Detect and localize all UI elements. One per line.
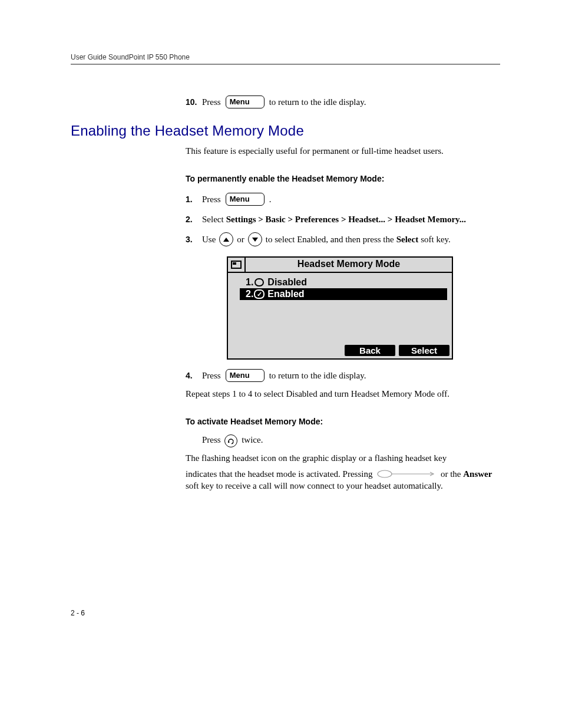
enable-step-1: 1. Press Menu .	[186, 192, 500, 207]
activate-step: Press twice.	[202, 434, 500, 447]
menu-path: Settings > Basic > Preferences > Headset…	[226, 212, 466, 227]
step-number: 1.	[186, 192, 202, 207]
step-number: 2.	[186, 212, 202, 227]
arrow-up-icon	[219, 232, 233, 246]
step-number: 10.	[186, 94, 202, 110]
prev-step-10: 10. Press Menu to return to the idle dis…	[186, 94, 500, 110]
step-text: to return to the idle display.	[269, 94, 366, 110]
section-heading: Enabling the Headset Memory Mode	[71, 123, 500, 139]
step-text: to select Enabled, and then press the	[266, 232, 394, 247]
phone-screen: Headset Memory Mode 1. Disabled 2. ✓ Ena…	[227, 256, 453, 360]
step-number: 3.	[186, 232, 202, 247]
step-text: Press	[202, 94, 221, 110]
repeat-note: Repeat steps 1 to 4 to select Disabled a…	[186, 389, 500, 399]
radio-checked-icon: ✓	[254, 289, 265, 299]
arrow-down-icon	[248, 232, 262, 246]
step-text: Press	[202, 435, 223, 444]
softkey-back: Back	[345, 345, 395, 356]
select-softkey-ref: Select	[396, 232, 418, 247]
step-text: soft key.	[421, 232, 451, 247]
activate-result-2: indicates that the headset mode is activ…	[186, 469, 500, 491]
answer-softkey-ref: Answer	[463, 469, 492, 479]
menu-key-icon: Menu	[226, 95, 265, 108]
enable-step-2: 2. Select Settings > Basic > Preferences…	[186, 212, 500, 227]
row-label: Disabled	[267, 277, 307, 288]
phone-screen-row-disabled: 1. Disabled	[244, 276, 445, 288]
header-rule	[71, 64, 500, 65]
phone-screen-title: Headset Memory Mode	[246, 258, 452, 272]
step-text: Use	[202, 232, 216, 247]
enable-step-4: 4. Press Menu to return to the idle disp…	[186, 368, 500, 383]
radio-unchecked-icon	[254, 278, 264, 286]
step-text: Press	[202, 368, 221, 383]
step-text: twice.	[242, 435, 263, 444]
svg-point-2	[228, 442, 230, 443]
phone-screen-row-enabled: 2. ✓ Enabled	[240, 288, 447, 300]
menu-key-icon: Menu	[226, 369, 265, 382]
step-text: Press	[202, 192, 221, 207]
step-number: 4.	[186, 368, 202, 383]
svg-point-3	[378, 470, 392, 477]
result-text: indicates that the headset mode is activ…	[186, 469, 375, 479]
step-text: Select	[202, 212, 224, 227]
row-index: 2.	[246, 289, 253, 299]
menu-key-icon: Menu	[226, 193, 265, 206]
result-text: or the	[441, 469, 463, 479]
page-number: 2 - 6	[71, 609, 500, 617]
procedure-heading-enable: To permanently enable the Headset Memory…	[186, 174, 500, 183]
step-text: or	[237, 232, 244, 247]
row-index: 1.	[246, 277, 253, 288]
procedure-heading-activate: To activate Headset Memory Mode:	[186, 417, 500, 426]
step-text: to return to the idle display.	[269, 368, 366, 383]
headset-key-icon	[224, 434, 237, 447]
phone-screen-title-icon	[228, 258, 246, 272]
step-text: .	[269, 192, 272, 207]
section-intro: This feature is especially useful for pe…	[186, 146, 500, 156]
row-label: Enabled	[267, 289, 304, 299]
running-header: User Guide SoundPoint IP 550 Phone	[71, 53, 500, 61]
svg-rect-1	[233, 262, 236, 265]
result-text: soft key to receive a call will now conn…	[186, 481, 443, 490]
enable-step-3: 3. Use or to select Enabled, and then pr…	[186, 232, 500, 247]
softkey-select: Select	[399, 345, 449, 356]
activate-result-1: The flashing headset icon on the graphic…	[186, 453, 500, 463]
line-key-icon	[377, 469, 436, 481]
